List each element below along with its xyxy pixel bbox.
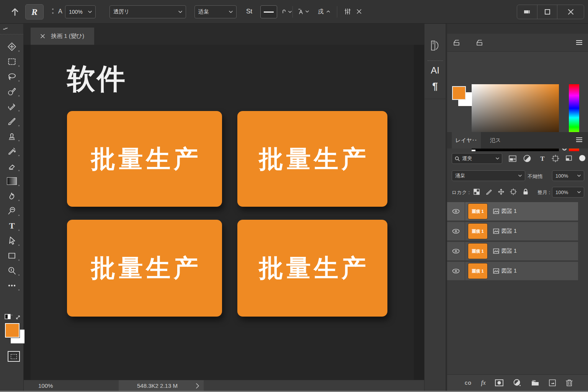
text-align-button[interactable] bbox=[296, 6, 311, 17]
dodge-tool[interactable] bbox=[3, 203, 20, 218]
tab-layers[interactable]: レイヤ‥ bbox=[452, 132, 481, 149]
up-arrow-icon bbox=[11, 7, 19, 16]
filter-toggle-button[interactable] bbox=[577, 153, 587, 163]
lock-all-button[interactable] bbox=[521, 187, 531, 196]
smudge-tool[interactable] bbox=[3, 188, 20, 203]
lock-pixels-button[interactable] bbox=[484, 187, 494, 196]
layer-thumbnail[interactable]: 噩痎 1 bbox=[468, 223, 488, 239]
lasso-tool[interactable] bbox=[3, 69, 20, 84]
filter-pixel-layers-button[interactable] bbox=[508, 154, 518, 163]
layers-panel-menu-button[interactable] bbox=[576, 137, 583, 142]
color-panel-menu-button[interactable] bbox=[576, 40, 583, 45]
lock-position-button[interactable] bbox=[496, 187, 506, 196]
cancel-edit-button[interactable] bbox=[354, 6, 364, 17]
healing-brush-tool[interactable] bbox=[3, 99, 20, 114]
transparency-lock-icon bbox=[473, 188, 480, 195]
quick-select-tool[interactable] bbox=[3, 84, 20, 99]
filter-smart-objects-button[interactable] bbox=[564, 154, 574, 163]
minimize-button[interactable] bbox=[517, 5, 537, 19]
layer-row[interactable]: 噩痎 1 図噐 1 bbox=[447, 262, 578, 280]
stroke-style-swatch[interactable] bbox=[260, 5, 277, 18]
blend-mode-dropdown[interactable]: 涌枲 bbox=[452, 170, 525, 181]
color-panel-tab[interactable] bbox=[452, 38, 461, 47]
eraser-tool[interactable] bbox=[3, 158, 20, 173]
link-layers-button[interactable]: co bbox=[465, 379, 472, 386]
direct-select-tool[interactable] bbox=[3, 233, 20, 248]
layer-row[interactable]: 噩痎 1 図噐 1 bbox=[447, 222, 578, 240]
clone-stamp-tool[interactable] bbox=[3, 129, 20, 144]
document-info[interactable]: 548.3K2 2.13 M bbox=[119, 380, 204, 392]
stroke-options-button[interactable] bbox=[280, 7, 293, 17]
document-tab[interactable]: 挟画 1 (變ひ) bbox=[31, 28, 94, 45]
card-label: 批量生产 bbox=[256, 142, 369, 176]
mixer-brush-icon bbox=[7, 146, 17, 156]
swap-colors-icon bbox=[16, 315, 20, 319]
move-lock-icon bbox=[498, 188, 505, 195]
maximize-button[interactable] bbox=[537, 5, 557, 19]
default-colors-button[interactable] bbox=[4, 313, 21, 322]
layer-visibility-toggle[interactable] bbox=[447, 222, 465, 240]
filter-adjustment-layers-button[interactable] bbox=[522, 154, 532, 163]
canvas[interactable]: 软件 批量生产 批量生产 批量生产 批量生产 bbox=[31, 45, 414, 380]
warp-text-button[interactable]: 戌 bbox=[314, 6, 334, 17]
lock-transparency-button[interactable] bbox=[472, 187, 482, 196]
gradient-tool[interactable] bbox=[3, 173, 20, 188]
ai-badge: AI bbox=[431, 65, 439, 76]
type-tool[interactable]: T bbox=[3, 218, 20, 233]
filter-type-layers-button[interactable]: T bbox=[537, 154, 547, 163]
layer-thumbnail[interactable]: 噩痎 1 bbox=[468, 263, 488, 279]
layer-visibility-toggle[interactable] bbox=[447, 262, 465, 280]
ai-panel-button[interactable]: AI bbox=[425, 65, 446, 76]
font-family-dropdown[interactable]: 透厉リ bbox=[109, 5, 186, 18]
tool-zoom-value: 100% bbox=[69, 9, 83, 15]
tool-rail-header[interactable] bbox=[0, 24, 23, 34]
layer-thumbnail[interactable]: 噩痎 1 bbox=[468, 203, 488, 219]
character-panel-button[interactable] bbox=[342, 6, 353, 17]
foreground-color-swatch[interactable] bbox=[5, 323, 20, 338]
font-style-dropdown[interactable]: 适枲 bbox=[194, 5, 237, 18]
active-tool-button[interactable]: R bbox=[25, 4, 44, 20]
layer-thumbnail[interactable]: 噩痎 1 bbox=[468, 243, 488, 259]
layer-effects-button[interactable]: fx bbox=[481, 379, 485, 387]
more-tools[interactable] bbox=[3, 278, 20, 293]
mixer-brush-tool[interactable] bbox=[3, 144, 20, 158]
paragraph-icon: ¶ bbox=[432, 80, 438, 92]
new-group-button[interactable] bbox=[531, 379, 539, 386]
cursor-icon bbox=[7, 236, 17, 246]
paragraph-panel-button[interactable]: ¶ bbox=[425, 80, 446, 92]
shape-tool[interactable] bbox=[3, 248, 20, 263]
marquee-tool[interactable] bbox=[3, 54, 20, 69]
canvas-card: 批量生产 bbox=[237, 220, 387, 317]
brush-tool[interactable] bbox=[3, 114, 20, 129]
close-button[interactable] bbox=[557, 5, 584, 19]
close-tab-icon[interactable] bbox=[41, 34, 45, 38]
canvas-heading-text: 软件 bbox=[67, 60, 127, 98]
opacity-dropdown[interactable]: 100% bbox=[552, 170, 584, 181]
tool-zoom-dropdown[interactable]: 100% bbox=[65, 5, 96, 18]
filter-toggle-icon bbox=[579, 155, 586, 162]
layer-search-input[interactable]: 運臾 bbox=[452, 153, 502, 164]
panel-foreground-swatch[interactable] bbox=[452, 86, 466, 100]
add-mask-button[interactable] bbox=[495, 379, 503, 386]
layer-visibility-toggle[interactable] bbox=[447, 242, 465, 260]
fill-dropdown[interactable]: 100% bbox=[552, 187, 584, 198]
swatches-panel-tab[interactable] bbox=[475, 38, 484, 47]
layer-row[interactable]: 噩痎 1 図噐 1 bbox=[447, 202, 578, 220]
delete-layer-button[interactable] bbox=[566, 379, 573, 387]
add-adjustment-button[interactable] bbox=[513, 379, 521, 387]
zoom-tool[interactable] bbox=[3, 263, 20, 278]
lock-artboard-button[interactable] bbox=[508, 187, 518, 196]
status-zoom-value[interactable]: 100% bbox=[38, 382, 53, 389]
filter-shape-layers-button[interactable] bbox=[550, 154, 560, 163]
new-layer-button[interactable] bbox=[549, 379, 556, 387]
tab-channels[interactable]: 氾ス bbox=[485, 132, 505, 149]
layer-row[interactable]: 噩痎 1 図噐 1 bbox=[447, 242, 578, 260]
move-tool[interactable] bbox=[3, 39, 20, 54]
divider bbox=[428, 60, 443, 61]
layer-visibility-toggle[interactable] bbox=[447, 202, 465, 220]
saturation-marker[interactable] bbox=[472, 150, 475, 151]
properties-panel-button[interactable] bbox=[425, 40, 446, 51]
home-button[interactable] bbox=[8, 6, 21, 18]
quick-mask-button[interactable] bbox=[8, 351, 20, 362]
layer-thumbnail-label: 噩痎 1 bbox=[472, 268, 483, 274]
